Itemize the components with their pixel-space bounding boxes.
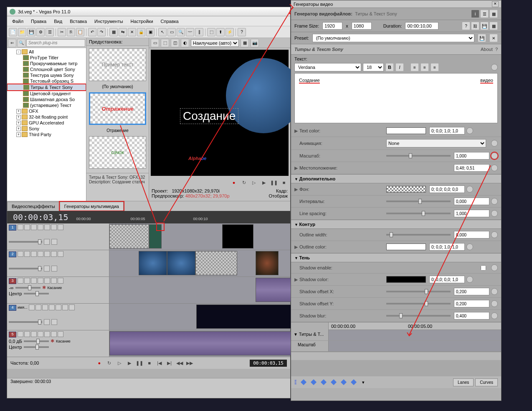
plugin-tree[interactable]: -AllProType TitlerПрокручиваемые титрСпл… [7, 48, 86, 201]
autocross-icon[interactable]: ✕ [128, 28, 136, 36]
track-btn[interactable] [69, 304, 75, 310]
fx-icon[interactable] [44, 239, 50, 245]
save-preset-icon[interactable]: 💾 [480, 22, 489, 30]
fontsize-select[interactable]: 18 [363, 63, 384, 71]
view-grid-icon[interactable]: ▦ [489, 10, 498, 18]
search-glass-icon[interactable]: 🔍 [17, 39, 25, 47]
clock-icon[interactable] [466, 127, 473, 134]
edit-tool-icon[interactable]: ↖ [158, 28, 167, 36]
slider[interactable] [386, 303, 451, 304]
slider[interactable] [386, 315, 451, 317]
pause-icon[interactable]: ❚❚ [136, 359, 143, 367]
next-icon[interactable]: ▶▶ [186, 359, 193, 367]
snap-icon[interactable]: ▦ [109, 28, 118, 36]
expand-icon[interactable]: + [16, 127, 21, 131]
align-right-icon[interactable]: ≡ [431, 63, 439, 71]
ripple-icon[interactable]: ⇆ [119, 28, 127, 36]
track-btn[interactable] [35, 304, 41, 310]
track-content[interactable] [109, 304, 290, 330]
split-icon[interactable]: ◫ [171, 39, 179, 47]
track-btn[interactable] [44, 224, 50, 230]
track-header[interactable]: 5 0,0 дБ✱ КасаниеЦентр [7, 330, 109, 357]
value-input[interactable] [429, 185, 465, 193]
font-select[interactable]: Verdana [294, 63, 361, 71]
expand-icon[interactable]: - [16, 50, 21, 54]
envelope-icon[interactable]: 〰 [186, 28, 194, 36]
preset-select[interactable]: (По умолчанию) [312, 34, 474, 42]
record-icon[interactable]: ● [96, 359, 103, 367]
value-input[interactable] [454, 288, 489, 295]
comp-icon[interactable] [51, 266, 57, 271]
track-btn[interactable] [58, 251, 63, 257]
track-btn[interactable] [42, 304, 48, 310]
width-input[interactable] [322, 22, 342, 30]
track-btn[interactable] [29, 304, 35, 310]
track-number[interactable]: 4 [9, 305, 16, 311]
chevron-down-icon[interactable]: ▾ [362, 380, 365, 385]
track-btn[interactable] [58, 224, 63, 230]
track-number[interactable]: 2 [9, 251, 16, 257]
snapshot-icon[interactable]: 📷 [251, 39, 259, 47]
checkbox[interactable] [481, 265, 486, 271]
comp-icon[interactable] [51, 239, 57, 245]
menu-insert[interactable]: Вставка [66, 18, 90, 25]
clock-icon[interactable] [491, 165, 498, 171]
anim-track-content[interactable] [329, 341, 501, 351]
trim-icon[interactable]: ‖ [195, 28, 203, 36]
close-icon[interactable]: ✕ [492, 1, 499, 7]
track-btn[interactable] [62, 304, 68, 310]
tree-item[interactable]: Цветовой градиент [7, 91, 86, 96]
menu-tools[interactable]: Инструменты [91, 18, 127, 25]
track-content[interactable] [109, 223, 290, 250]
fullscreen-icon[interactable]: ▦ [241, 39, 249, 47]
value-input[interactable] [429, 127, 465, 134]
upload-icon[interactable]: ⬆ [216, 28, 225, 36]
save-icon[interactable]: 💾 [27, 28, 35, 36]
track-btn[interactable] [18, 278, 23, 284]
clock-icon[interactable] [491, 140, 498, 147]
track-btn[interactable] [18, 251, 23, 257]
text-editor[interactable]: Создание видео [294, 73, 498, 123]
keyframe-next-icon[interactable] [341, 379, 347, 385]
track-header[interactable]: 1 [7, 223, 109, 250]
expand-icon[interactable]: + [16, 109, 21, 114]
track-btn[interactable] [24, 224, 30, 230]
bold-icon[interactable]: B [385, 63, 394, 71]
align-center-icon[interactable]: ≡ [421, 63, 429, 71]
tree-item[interactable]: Текстура шума Sony [7, 72, 86, 78]
lanes-button[interactable]: Lanes [453, 378, 474, 386]
clock-icon[interactable] [491, 231, 498, 238]
track-btn[interactable] [24, 331, 30, 337]
section-header[interactable]: Контур [291, 220, 501, 229]
expand-icon[interactable]: ▶ [294, 187, 299, 192]
track-btn[interactable] [38, 331, 43, 337]
clock-icon[interactable] [466, 276, 473, 283]
back-icon[interactable]: ⇐ [8, 39, 16, 47]
expand-icon[interactable]: ▶ [294, 244, 299, 250]
open-icon[interactable]: 📁 [18, 28, 26, 36]
track-btn[interactable] [44, 251, 50, 257]
color-swatch[interactable] [386, 186, 426, 193]
external-icon[interactable]: ⬚ [207, 28, 215, 36]
go-start-icon[interactable]: |◀ [156, 359, 163, 367]
value-input[interactable] [454, 164, 489, 172]
scripts-icon[interactable]: ⚡ [225, 28, 234, 36]
anim-track-content[interactable] [329, 330, 501, 340]
value-input[interactable] [454, 312, 489, 320]
stop-icon[interactable]: ■ [280, 179, 288, 186]
loop-icon[interactable]: ↻ [106, 359, 113, 367]
preset-item[interactable]: Пример текст(По умолчанию) [86, 48, 149, 90]
color-swatch[interactable] [386, 127, 426, 134]
pause-icon[interactable]: ❚❚ [270, 179, 278, 186]
tree-item[interactable]: +Sony [7, 126, 86, 132]
value-input[interactable] [454, 231, 489, 238]
tree-item[interactable]: -All [7, 49, 86, 55]
preset-thumb[interactable]: Пример текст [89, 48, 146, 81]
options-icon[interactable]: ▦ [489, 22, 498, 30]
section-header[interactable]: Дополнительно [291, 174, 501, 183]
preset-item[interactable]: сачок [86, 136, 149, 173]
height-input[interactable] [352, 22, 372, 30]
props-icon[interactable]: ☰ [46, 28, 54, 36]
preview-fx-icon[interactable]: ⬚ [161, 39, 169, 47]
new-icon[interactable]: 📄 [9, 28, 17, 36]
